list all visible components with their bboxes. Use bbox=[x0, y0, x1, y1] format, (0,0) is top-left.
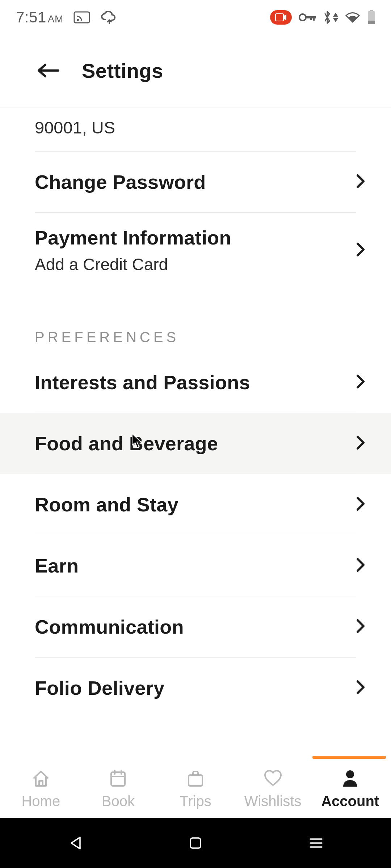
svg-rect-6 bbox=[310, 16, 312, 20]
status-bar-right bbox=[270, 10, 376, 25]
tab-indicator bbox=[312, 756, 386, 759]
chevron-right-icon bbox=[356, 435, 366, 451]
svg-rect-16 bbox=[190, 838, 201, 848]
status-time-hhmm: 7:51 bbox=[16, 9, 46, 26]
tab-label: Account bbox=[321, 793, 379, 809]
data-arrows-icon bbox=[333, 13, 338, 22]
row-earn[interactable]: Earn bbox=[0, 535, 391, 596]
sync-icon bbox=[100, 11, 117, 24]
arrow-left-icon bbox=[37, 63, 60, 78]
svg-rect-5 bbox=[313, 16, 315, 21]
back-button[interactable] bbox=[35, 58, 61, 83]
square-home-icon bbox=[189, 837, 202, 850]
status-bar: 7:51AM bbox=[0, 0, 391, 34]
chevron-right-icon bbox=[356, 242, 366, 258]
status-time: 7:51AM bbox=[16, 9, 63, 26]
tab-label: Trips bbox=[180, 793, 211, 809]
profile-address: 90001, US bbox=[0, 107, 391, 151]
chevron-right-icon bbox=[356, 680, 366, 696]
row-title: Earn bbox=[35, 554, 79, 577]
chevron-right-icon bbox=[356, 497, 366, 512]
nav-back-button[interactable] bbox=[30, 836, 121, 850]
svg-rect-10 bbox=[111, 772, 125, 786]
tab-trips[interactable]: Trips bbox=[157, 768, 234, 809]
bottom-tab-bar: Home Book Trips Wishlists Account bbox=[0, 759, 391, 818]
svg-point-1 bbox=[77, 19, 79, 21]
tab-home[interactable]: Home bbox=[2, 768, 80, 809]
vpn-key-icon bbox=[298, 13, 316, 22]
page-title: Settings bbox=[82, 59, 163, 82]
row-communication[interactable]: Communication bbox=[0, 596, 391, 657]
wifi-icon bbox=[345, 11, 361, 24]
triangle-back-icon bbox=[69, 836, 81, 850]
chevron-right-icon bbox=[356, 558, 366, 574]
row-title: Interests and Passions bbox=[35, 371, 250, 393]
svg-point-15 bbox=[346, 770, 354, 778]
nav-recents-button[interactable] bbox=[271, 837, 361, 849]
battery-icon bbox=[367, 10, 376, 25]
bluetooth-icon bbox=[323, 10, 338, 25]
row-title: Room and Stay bbox=[35, 493, 178, 516]
svg-point-3 bbox=[299, 14, 306, 21]
svg-rect-7 bbox=[370, 10, 373, 11]
row-texts: Change Password bbox=[35, 171, 206, 193]
cast-icon bbox=[73, 11, 90, 24]
home-icon bbox=[31, 768, 51, 788]
tab-indicator-track bbox=[0, 756, 391, 759]
svg-rect-9 bbox=[368, 21, 375, 24]
app-header: Settings bbox=[0, 34, 391, 107]
person-icon bbox=[340, 768, 360, 788]
status-bar-left: 7:51AM bbox=[16, 9, 117, 26]
row-food-and-beverage[interactable]: Food and Beverage bbox=[0, 413, 391, 474]
row-folio-delivery[interactable]: Folio Delivery bbox=[0, 658, 391, 718]
svg-rect-2 bbox=[276, 14, 283, 21]
briefcase-icon bbox=[186, 768, 205, 788]
tab-account[interactable]: Account bbox=[311, 768, 389, 809]
tab-label: Home bbox=[21, 793, 60, 809]
chevron-right-icon bbox=[356, 174, 366, 190]
calendar-icon bbox=[108, 768, 128, 788]
row-room-and-stay[interactable]: Room and Stay bbox=[0, 474, 391, 535]
nav-home-button[interactable] bbox=[150, 837, 241, 850]
chevron-right-icon bbox=[356, 374, 366, 390]
row-title: Payment Information bbox=[35, 226, 231, 249]
menu-recents-icon bbox=[309, 837, 323, 849]
android-nav-bar bbox=[0, 818, 391, 868]
svg-rect-14 bbox=[189, 775, 202, 786]
tab-label: Wishlists bbox=[244, 793, 302, 809]
row-change-password[interactable]: Change Password bbox=[0, 152, 391, 212]
tab-wishlists[interactable]: Wishlists bbox=[234, 768, 312, 809]
section-label-preferences: PREFERENCES bbox=[0, 289, 391, 352]
row-interests-and-passions[interactable]: Interests and Passions bbox=[0, 352, 391, 413]
status-time-ampm: AM bbox=[48, 13, 63, 25]
heart-icon bbox=[263, 768, 283, 788]
chevron-right-icon bbox=[356, 619, 366, 635]
row-payment-information[interactable]: Payment Information Add a Credit Card bbox=[0, 213, 391, 289]
svg-rect-0 bbox=[74, 12, 89, 23]
settings-content[interactable]: 90001, US Change Password Payment Inform… bbox=[0, 107, 391, 782]
tab-label: Book bbox=[102, 793, 135, 809]
row-title: Change Password bbox=[35, 171, 206, 193]
row-title: Folio Delivery bbox=[35, 677, 164, 699]
row-title: Food and Beverage bbox=[35, 432, 218, 455]
row-title: Communication bbox=[35, 616, 184, 638]
row-subtitle: Add a Credit Card bbox=[35, 255, 231, 274]
row-texts: Payment Information Add a Credit Card bbox=[35, 226, 231, 274]
tab-book[interactable]: Book bbox=[80, 768, 157, 809]
screen-record-icon bbox=[270, 10, 292, 25]
